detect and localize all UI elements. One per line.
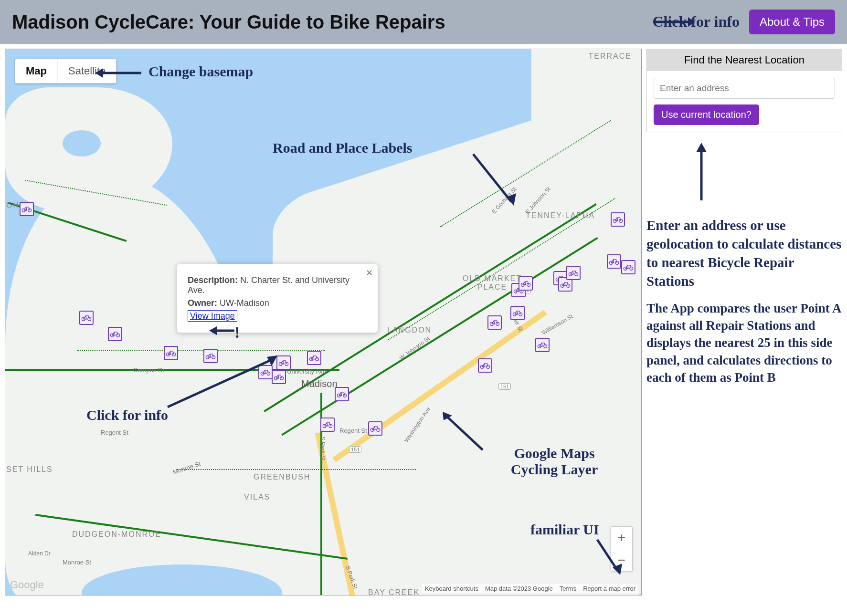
- area-dudgeon: DUDGEON-MONROE: [72, 530, 161, 539]
- zoom-control: + −: [611, 526, 633, 571]
- repair-station-marker[interactable]: [335, 387, 349, 401]
- area-greenbush: GREENBUSH: [254, 473, 310, 481]
- repair-station-marker[interactable]: [276, 355, 291, 370]
- terms-link[interactable]: Terms: [560, 585, 576, 592]
- find-title: Find the Nearest Location: [647, 49, 842, 71]
- side-description: The App compares the user Point A agains…: [646, 300, 842, 386]
- basemap-satellite-button[interactable]: Satellite: [57, 59, 116, 83]
- area-vilas: VILAS: [244, 493, 270, 501]
- area-baycreek: BAY CREEK: [368, 588, 420, 595]
- side-instructions: Enter an address or use geolocation to c…: [646, 216, 842, 291]
- area-terrace: TERRACE: [589, 52, 632, 61]
- repair-station-marker[interactable]: [510, 306, 525, 320]
- repair-station-marker[interactable]: [566, 266, 581, 280]
- close-icon[interactable]: ✕: [366, 268, 373, 278]
- repair-station-marker[interactable]: [611, 212, 625, 227]
- repair-station-marker[interactable]: [621, 260, 635, 274]
- report-error-link[interactable]: Report a map error: [583, 585, 635, 592]
- repair-station-marker[interactable]: [368, 421, 382, 436]
- shield-151c: 151: [349, 446, 361, 453]
- header: Madison CycleCare: Your Guide to Bike Re…: [0, 0, 847, 44]
- use-location-button[interactable]: Use current location?: [654, 104, 759, 125]
- header-right: Click for info About & Tips: [652, 10, 835, 34]
- view-image-link[interactable]: View Image: [188, 310, 237, 322]
- repair-station-marker[interactable]: [203, 349, 218, 363]
- address-input[interactable]: [654, 78, 835, 99]
- map-attribution: Keyboard shortcuts Map data ©2023 Google…: [422, 584, 638, 593]
- arrow-icon: [685, 141, 718, 203]
- find-nearest-panel: Find the Nearest Location Use current lo…: [646, 49, 842, 132]
- rd-monroe2: Monroe St: [63, 559, 91, 566]
- area-langdon: LANGDON: [387, 326, 432, 334]
- google-logo: Google: [10, 579, 44, 591]
- zoom-out-button[interactable]: −: [611, 549, 632, 571]
- rd-regent2: Regent St: [339, 427, 367, 434]
- map-container[interactable]: TERRACE TENNEY-LAPHA OLD MARKET PLACE LA…: [5, 49, 642, 595]
- repair-station-marker[interactable]: [487, 315, 502, 330]
- rd-campus: Campus Dr: [133, 366, 165, 374]
- arrow-icon: [652, 12, 695, 31]
- repair-station-marker[interactable]: [307, 351, 321, 365]
- repair-station-marker[interactable]: [164, 346, 178, 360]
- svg-marker-63: [696, 143, 707, 152]
- svg-marker-1: [688, 17, 695, 27]
- rd-regent: Regent St: [101, 429, 128, 436]
- repair-station-marker[interactable]: [272, 370, 286, 384]
- rd-university: University Ave: [287, 368, 326, 375]
- rd-park: S Park St: [319, 437, 326, 461]
- repair-station-marker[interactable]: [519, 276, 533, 291]
- marker-popup: ✕ Description: N. Charter St. and Univer…: [177, 264, 378, 333]
- about-tips-button[interactable]: About & Tips: [749, 10, 835, 34]
- repair-station-marker[interactable]: [258, 365, 273, 379]
- page-title: Madison CycleCare: Your Guide to Bike Re…: [12, 11, 445, 33]
- zoom-in-button[interactable]: +: [611, 527, 632, 549]
- side-panel: Find the Nearest Location Use current lo…: [646, 49, 842, 595]
- city-madison: Madison: [301, 378, 338, 389]
- basemap-toggle: Map Satellite: [15, 59, 116, 84]
- rd-alden: Alden Dr: [28, 550, 51, 557]
- repair-station-marker[interactable]: [607, 254, 621, 269]
- area-sethills: SET HILLS: [6, 465, 53, 474]
- repair-station-marker[interactable]: [320, 418, 335, 432]
- area-tenney: TENNEY-LAPHA: [526, 211, 595, 220]
- repair-station-marker[interactable]: [20, 202, 34, 216]
- basemap-map-button[interactable]: Map: [15, 59, 57, 83]
- repair-station-marker[interactable]: [108, 327, 122, 341]
- keyboard-shortcuts-link[interactable]: Keyboard shortcuts: [425, 585, 478, 592]
- shield-151b: 151: [498, 383, 511, 390]
- repair-station-marker[interactable]: [478, 358, 492, 373]
- repair-station-marker[interactable]: [79, 311, 94, 325]
- repair-station-marker[interactable]: [535, 338, 550, 352]
